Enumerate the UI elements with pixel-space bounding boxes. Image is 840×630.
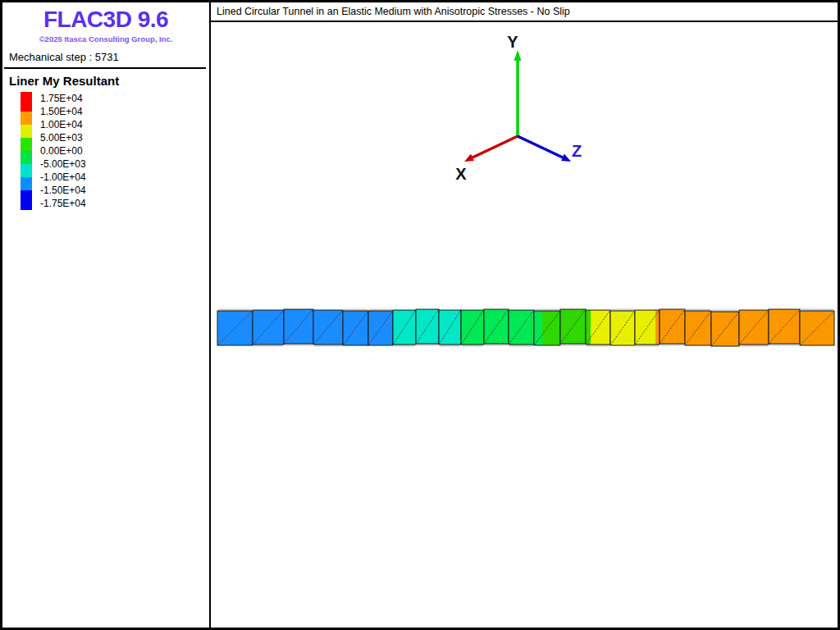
- flac3d-window: FLAC3D 9.6 ©2025 Itasca Consulting Group…: [0, 0, 840, 630]
- legend-title: Liner My Resultant: [9, 74, 209, 88]
- legend-value: -1.50E+04: [40, 184, 86, 197]
- liner-element[interactable]: [484, 309, 509, 344]
- legend-value: 0.00E+00: [40, 144, 86, 158]
- copyright-text: ©2025 Itasca Consulting Group, Inc.: [2, 34, 209, 43]
- liner-element[interactable]: [610, 311, 635, 345]
- z-axis-arrow: [518, 136, 563, 158]
- legend-value: 1.75E+04: [40, 92, 86, 105]
- x-axis-arrowhead: [464, 154, 474, 162]
- liner-element[interactable]: [416, 309, 439, 344]
- y-axis-arrowhead: [514, 50, 522, 61]
- legend-value: -1.00E+04: [40, 171, 86, 184]
- x-axis-label: X: [455, 165, 467, 183]
- axis-triad: Y X Z: [447, 25, 595, 189]
- mechanical-step-counter: Mechanical step : 5731: [9, 51, 209, 63]
- liner-element[interactable]: [439, 310, 461, 345]
- legend-color-bar: [21, 92, 32, 210]
- y-axis-label: Y: [507, 33, 518, 51]
- app-logo: FLAC3D 9.6: [2, 7, 209, 33]
- legend-value: 1.50E+04: [40, 105, 86, 118]
- liner-mesh-strip[interactable]: [216, 306, 838, 349]
- legend-value: -1.75E+04: [40, 197, 86, 210]
- model-viewport[interactable]: Lined Circular Tunnel in an Elastic Medi…: [211, 2, 838, 628]
- z-axis-arrowhead: [561, 154, 571, 162]
- legend-value-labels: 1.75E+041.50E+041.00E+045.00E+030.00E+00…: [40, 92, 86, 210]
- liner-element[interactable]: [393, 310, 416, 345]
- liner-element[interactable]: [635, 310, 660, 345]
- liner-element[interactable]: [461, 310, 484, 345]
- legend-value: 5.00E+03: [40, 131, 86, 144]
- x-axis-arrow: [472, 136, 518, 158]
- z-axis-label: Z: [572, 142, 582, 160]
- liner-element[interactable]: [368, 311, 393, 345]
- legend-value: 1.00E+04: [40, 118, 86, 131]
- legend-value: -5.00E+03: [40, 158, 86, 171]
- plot-title: Lined Circular Tunnel in an Elastic Medi…: [211, 2, 838, 22]
- liner-element[interactable]: [586, 310, 610, 345]
- info-panel: FLAC3D 9.6 ©2025 Itasca Consulting Group…: [2, 2, 209, 628]
- color-legend: 1.75E+041.50E+041.00E+045.00E+030.00E+00…: [21, 92, 209, 210]
- panel-divider-line: [4, 67, 206, 69]
